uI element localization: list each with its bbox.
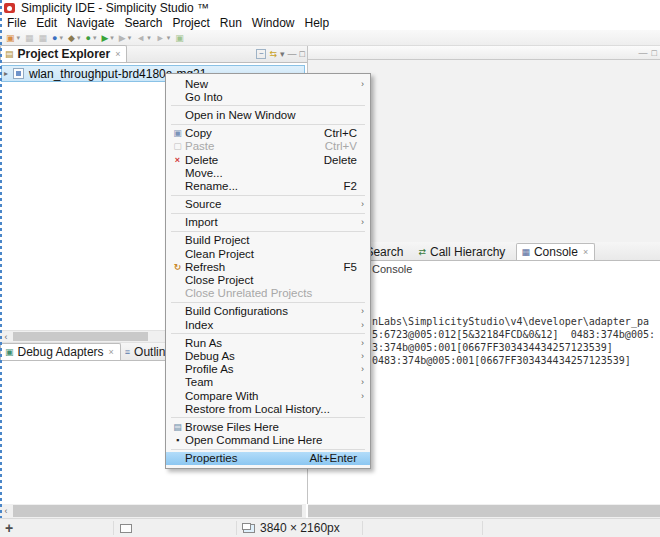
- delete-icon: ×: [170, 155, 185, 165]
- menu-item-browse-files-here[interactable]: ▤ Browse Files Here: [166, 420, 370, 433]
- menu-item-move[interactable]: Move...: [166, 166, 370, 179]
- menu-item-profile-as[interactable]: Profile As ›: [166, 363, 370, 376]
- statusbar-separator: [362, 521, 363, 535]
- menu-bar: FileEditNavigateSearchProjectRunWindowHe…: [0, 16, 660, 30]
- menubar-item[interactable]: Search: [119, 16, 167, 30]
- run-button[interactable]: ▶ ▾: [99, 31, 115, 45]
- console-line: nLabs\SimplicityStudio\v4\developer\adap…: [372, 315, 655, 328]
- close-icon[interactable]: ×: [583, 247, 588, 257]
- toolbar-button-icon: ▶: [119, 31, 126, 45]
- expander-icon[interactable]: ▸: [4, 69, 12, 78]
- menu-item-go-into[interactable]: Go Into: [166, 90, 370, 103]
- save-button[interactable]: ▦ ▾: [23, 31, 36, 45]
- submenu-arrow-icon: ›: [357, 199, 364, 209]
- minimize-icon[interactable]: —: [288, 49, 297, 59]
- close-icon[interactable]: ×: [109, 347, 114, 357]
- minimize-icon[interactable]: —: [639, 48, 648, 58]
- scrollbar-thumb[interactable]: [13, 505, 302, 517]
- move-tool-icon[interactable]: +: [5, 519, 13, 537]
- maximize-icon[interactable]: □: [652, 48, 657, 58]
- console-hscrollbar[interactable]: [308, 504, 660, 518]
- menu-item-paste[interactable]: ▢ Paste Ctrl+V: [166, 140, 370, 153]
- statusbar-separator: [236, 521, 237, 535]
- submenu-arrow-icon: ›: [357, 351, 364, 361]
- tab-call-hierarchy[interactable]: ⇄ Call Hierarchy: [414, 244, 516, 260]
- menu-separator: [171, 213, 365, 214]
- last-edit-button[interactable]: ▣ ▾: [173, 31, 186, 45]
- menu-separator: [171, 195, 365, 196]
- menu-item-open-in-new-window[interactable]: Open in New Window: [166, 108, 370, 121]
- menubar-item[interactable]: Run: [215, 16, 247, 30]
- menu-item-rename[interactable]: Rename... F2: [166, 179, 370, 192]
- menubar-item[interactable]: File: [2, 16, 31, 30]
- menu-item-team[interactable]: Team ›: [166, 376, 370, 389]
- menu-item-properties[interactable]: Properties Alt+Enter: [166, 452, 370, 465]
- menu-item-close-unrelated[interactable]: Close Unrelated Projects: [166, 287, 370, 300]
- build-button[interactable]: ◆ ▾: [66, 31, 82, 45]
- dropdown-arrow-icon[interactable]: ▾: [93, 34, 97, 42]
- menu-item-source[interactable]: Source ›: [166, 198, 370, 211]
- menu-item-close-project[interactable]: Close Project: [166, 273, 370, 286]
- scrollbar-thumb[interactable]: [308, 505, 660, 517]
- dropdown-arrow-icon[interactable]: ▾: [110, 34, 114, 42]
- profile-button[interactable]: ▶ ▾: [117, 31, 133, 45]
- save-all-button[interactable]: ▦ ▾: [37, 31, 50, 45]
- menu-item-refresh[interactable]: ↻ Refresh F5: [166, 260, 370, 273]
- back-button[interactable]: ◄ ▾: [134, 31, 152, 45]
- view-menu-icon[interactable]: ▾: [280, 49, 285, 59]
- forward-button[interactable]: ► ▾: [154, 31, 172, 45]
- status-bar: + 3840 × 2160px: [0, 518, 660, 537]
- menu-item-compare-with[interactable]: Compare With ›: [166, 389, 370, 402]
- simplicity-studio-window: Simplicity IDE - Simplicity Studio ™ Fil…: [0, 0, 660, 537]
- tab-console[interactable]: ▦ Console ×: [516, 243, 595, 260]
- flash-button[interactable]: ● ▾: [83, 31, 98, 45]
- dropdown-arrow-icon[interactable]: ▾: [17, 34, 21, 42]
- menu-item-new[interactable]: New ›: [166, 77, 370, 90]
- debug-button[interactable]: ● ▾: [50, 31, 65, 45]
- editor-tabstrip: — □: [308, 46, 660, 60]
- image-size-label: 3840 × 2160px: [260, 521, 340, 535]
- main-toolbar: ▣ ▾ ▦ ▾ ▦ ▾ ● ▾ ◆ ▾ ●: [0, 30, 660, 46]
- region-select-icon[interactable]: [120, 524, 132, 533]
- menubar-item[interactable]: Navigate: [62, 16, 119, 30]
- menu-separator: [171, 449, 365, 450]
- menubar-item[interactable]: Project: [167, 16, 214, 30]
- link-with-editor-icon[interactable]: ⇆: [269, 49, 277, 59]
- menu-separator: [171, 333, 365, 334]
- menu-item-open-command-line-here[interactable]: ▪ Open Command Line Here: [166, 434, 370, 447]
- dropdown-arrow-icon[interactable]: ▾: [167, 34, 171, 42]
- menubar-item[interactable]: Window: [247, 16, 300, 30]
- menu-item-run-as[interactable]: Run As ›: [166, 336, 370, 349]
- dropdown-arrow-icon[interactable]: ▾: [60, 34, 64, 42]
- image-size-icon: [243, 524, 255, 533]
- submenu-arrow-icon: ›: [357, 217, 364, 227]
- menu-item-debug-as[interactable]: Debug As ›: [166, 349, 370, 362]
- menu-item-import[interactable]: Import ›: [166, 216, 370, 229]
- menubar-item[interactable]: Edit: [31, 16, 62, 30]
- tab-project-explorer[interactable]: ▤ Project Explorer ×: [0, 45, 127, 62]
- browse-files-icon: ▤: [170, 422, 185, 432]
- dropdown-arrow-icon[interactable]: ▾: [147, 34, 151, 42]
- submenu-arrow-icon: ›: [357, 338, 364, 348]
- close-icon[interactable]: ×: [115, 49, 120, 59]
- console-icon: ▦: [521, 247, 530, 257]
- collapse-all-icon[interactable]: −: [256, 49, 266, 59]
- tab-debug-adapters[interactable]: ▣ Debug Adapters ×: [0, 343, 121, 360]
- menubar-item[interactable]: Help: [300, 16, 335, 30]
- maximize-icon[interactable]: □: [300, 49, 305, 59]
- scrollbar-thumb[interactable]: [13, 332, 148, 341]
- menu-item-clean-project[interactable]: Clean Project: [166, 247, 370, 260]
- refresh-icon: ↻: [170, 262, 185, 272]
- console-line: 5:6723@005:012[5&32184FCD&0&12] 0483:374…: [372, 328, 655, 341]
- menu-item-build-project[interactable]: Build Project: [166, 234, 370, 247]
- menu-item-copy[interactable]: ▣ Copy Ctrl+C: [166, 127, 370, 140]
- menu-item-delete[interactable]: × Delete Delete: [166, 153, 370, 166]
- menu-item-shortcut: Alt+Enter: [309, 452, 357, 464]
- left-hscrollbar[interactable]: ‹: [0, 504, 306, 518]
- menu-item-build-configurations[interactable]: Build Configurations ›: [166, 305, 370, 318]
- dropdown-arrow-icon[interactable]: ▾: [128, 34, 132, 42]
- new-wizard-button[interactable]: ▣ ▾: [4, 31, 22, 45]
- menu-item-index[interactable]: Index ›: [166, 318, 370, 331]
- menu-item-restore-from-local-history[interactable]: Restore from Local History...: [166, 402, 370, 415]
- dropdown-arrow-icon[interactable]: ▾: [77, 34, 81, 42]
